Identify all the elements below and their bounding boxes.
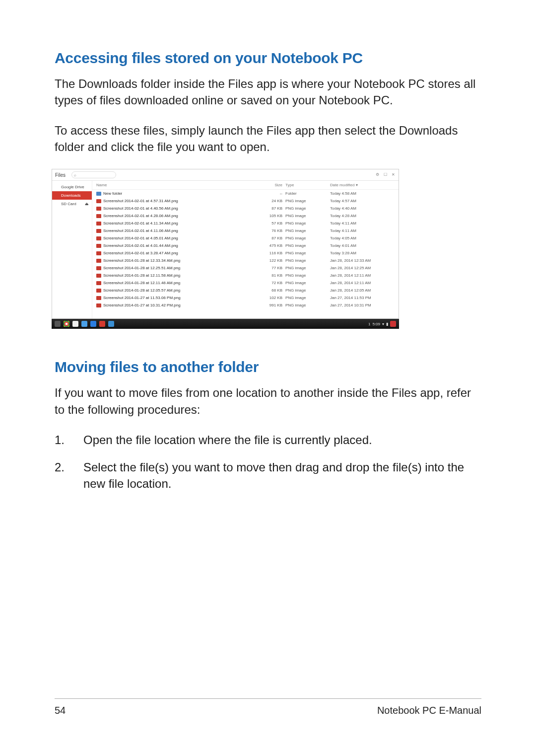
downloads-icon — [55, 194, 59, 198]
window-titlebar: Files ⌕ ⚙ ☐ ✕ — [52, 169, 399, 181]
file-row[interactable]: Screenshot 2014-02-01 at 4.11.06 AM.png7… — [92, 227, 399, 234]
file-date: Jan 27, 2014 11:53 PM — [330, 296, 395, 300]
file-row[interactable]: Screenshot 2014-01-27 at 10.31.42 PM.png… — [92, 302, 399, 309]
file-row[interactable]: Screenshot 2014-02-01 at 4.11.34 AM.png5… — [92, 220, 399, 227]
png-icon — [96, 296, 101, 300]
file-type: PNG image — [285, 214, 330, 218]
folder-icon — [96, 192, 101, 196]
step-item: 1. Open the file location where the file… — [55, 432, 481, 448]
step-number: 1. — [55, 432, 83, 448]
file-name: Screenshot 2014-01-28 at 12.33.34 AM.png — [103, 258, 253, 263]
files-window: Files ⌕ ⚙ ☐ ✕ Google Drive Downlo — [52, 169, 399, 319]
youtube-icon[interactable] — [99, 321, 105, 327]
file-size: 76 KB — [253, 228, 285, 233]
file-date: Today 4:57 AM — [330, 199, 395, 203]
folder-row[interactable]: New folder--FolderToday 4:58 AM — [92, 190, 399, 197]
wifi-icon[interactable]: ▾ — [382, 322, 384, 326]
file-name: Screenshot 2014-02-01 at 4.40.56 AM.png — [103, 206, 253, 211]
file-row[interactable]: Screenshot 2014-02-01 at 3.28.47 AM.png1… — [92, 249, 399, 257]
file-date: Today 4:05 AM — [330, 236, 395, 240]
file-type: PNG image — [285, 303, 330, 307]
png-icon — [96, 289, 101, 293]
app-icon[interactable] — [90, 321, 96, 327]
file-row[interactable]: Screenshot 2014-02-01 at 4.05.01 AM.png8… — [92, 234, 399, 242]
file-name: New folder — [103, 191, 253, 196]
file-date: Jan 28, 2014 12:11 AM — [330, 281, 395, 285]
files-app-screenshot: Files ⌕ ⚙ ☐ ✕ Google Drive Downlo — [52, 169, 399, 329]
maximize-icon[interactable]: ☐ — [383, 172, 388, 177]
chrome-icon[interactable] — [64, 321, 69, 327]
file-size: 87 KB — [253, 206, 285, 211]
file-row[interactable]: Screenshot 2014-01-28 at 12.33.34 AM.png… — [92, 257, 399, 264]
col-size-header[interactable]: Size — [253, 183, 285, 187]
file-name: Screenshot 2014-01-27 at 10.31.42 PM.png — [103, 303, 253, 307]
png-icon — [96, 281, 101, 285]
file-name: Screenshot 2014-02-01 at 4.11.34 AM.png — [103, 221, 253, 226]
gear-icon[interactable]: ⚙ — [375, 172, 380, 177]
file-row[interactable]: Screenshot 2014-02-01 at 4.40.56 AM.png8… — [92, 205, 399, 212]
sidebar-item-label: Google Drive — [61, 185, 84, 189]
search-icon: ⌕ — [74, 173, 76, 177]
file-row[interactable]: Screenshot 2014-02-01 at 4.57.31 AM.png2… — [92, 197, 399, 205]
files-icon[interactable] — [108, 321, 114, 327]
notification-count[interactable]: 1 — [368, 322, 370, 326]
search-input[interactable]: ⌕ — [71, 171, 116, 178]
step-text: Select the file(s) you want to move then… — [83, 459, 481, 492]
file-name: Screenshot 2014-01-28 at 12.11.46 AM.png — [103, 281, 253, 285]
file-size: 57 KB — [253, 221, 285, 226]
file-size: 475 KB — [253, 243, 285, 248]
file-type: PNG image — [285, 296, 330, 300]
file-name: Screenshot 2014-02-01 at 4.05.01 AM.png — [103, 236, 253, 240]
clock[interactable]: 5:09 — [372, 322, 380, 326]
file-date: Today 4:58 AM — [330, 191, 395, 196]
png-icon — [96, 199, 101, 203]
file-size: 81 KB — [253, 273, 285, 278]
file-name: Screenshot 2014-01-28 at 12.25.51 AM.png — [103, 266, 253, 270]
file-type: PNG image — [285, 266, 330, 270]
avatar[interactable] — [390, 321, 396, 327]
page-footer: 54 Notebook PC E-Manual — [55, 698, 481, 716]
file-name: Screenshot 2014-02-01 at 4.01.44 AM.png — [103, 243, 253, 248]
file-row[interactable]: Screenshot 2014-01-28 at 12.05.57 AM.png… — [92, 287, 399, 294]
file-date: Jan 28, 2014 12:11 AM — [330, 273, 395, 278]
app-icon[interactable] — [81, 321, 87, 327]
png-icon — [96, 222, 101, 226]
body-paragraph: The Downloads folder inside the Files ap… — [55, 76, 481, 108]
sidebar-item-sd-card[interactable]: SD Card ⏏ — [52, 200, 92, 208]
file-date: Today 3:28 AM — [330, 251, 395, 255]
file-name: Screenshot 2014-02-01 at 3.28.47 AM.png — [103, 251, 253, 255]
sidebar-item-downloads[interactable]: Downloads — [52, 191, 92, 200]
sidebar-item-google-drive[interactable]: Google Drive — [52, 183, 92, 191]
png-icon — [96, 214, 101, 218]
window-title: Files — [55, 172, 66, 178]
file-row[interactable]: Screenshot 2014-01-28 at 12.11.46 AM.png… — [92, 279, 399, 287]
file-type: Folder — [285, 191, 330, 196]
drive-icon — [55, 185, 59, 189]
file-size: 68 KB — [253, 288, 285, 293]
file-row[interactable]: Screenshot 2014-02-01 at 4.01.44 AM.png4… — [92, 242, 399, 249]
eject-icon[interactable]: ⏏ — [85, 202, 89, 206]
battery-icon[interactable]: ▮ — [386, 322, 388, 326]
mail-icon[interactable] — [72, 321, 78, 327]
file-type: PNG image — [285, 251, 330, 255]
file-size: 87 KB — [253, 236, 285, 240]
section-heading-accessing: Accessing files stored on your Notebook … — [55, 50, 481, 67]
file-type: PNG image — [285, 273, 330, 278]
file-type: PNG image — [285, 236, 330, 240]
file-row[interactable]: Screenshot 2014-02-01 at 4.28.06 AM.png1… — [92, 212, 399, 220]
close-icon[interactable]: ✕ — [391, 172, 396, 177]
procedure-steps: 1. Open the file location where the file… — [55, 432, 481, 492]
png-icon — [96, 207, 101, 211]
col-name-header[interactable]: Name — [96, 183, 253, 187]
col-type-header[interactable]: Type — [285, 183, 330, 187]
col-date-header[interactable]: Date modified ▾ — [330, 183, 395, 187]
app-launcher-icon[interactable] — [55, 321, 61, 327]
sidebar-item-label: Downloads — [61, 193, 81, 198]
file-size: 991 KB — [253, 303, 285, 307]
png-icon — [96, 259, 101, 263]
file-row[interactable]: Screenshot 2014-01-28 at 12.11.58 AM.png… — [92, 272, 399, 279]
file-row[interactable]: Screenshot 2014-01-27 at 11.53.06 PM.png… — [92, 294, 399, 302]
file-size: 77 KB — [253, 266, 285, 270]
file-row[interactable]: Screenshot 2014-01-28 at 12.25.51 AM.png… — [92, 264, 399, 272]
file-size: 105 KB — [253, 214, 285, 218]
